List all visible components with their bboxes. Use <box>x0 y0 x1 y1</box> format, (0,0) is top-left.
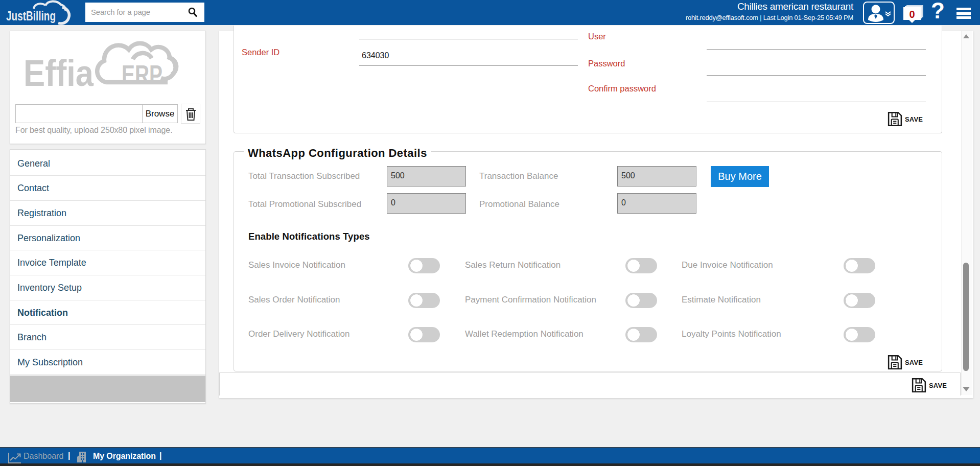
svg-text:JustBilling: JustBilling <box>6 8 56 24</box>
svg-text:ERP: ERP <box>122 60 162 89</box>
svg-text:Effia: Effia <box>24 53 94 94</box>
svg-text:0: 0 <box>909 9 915 20</box>
